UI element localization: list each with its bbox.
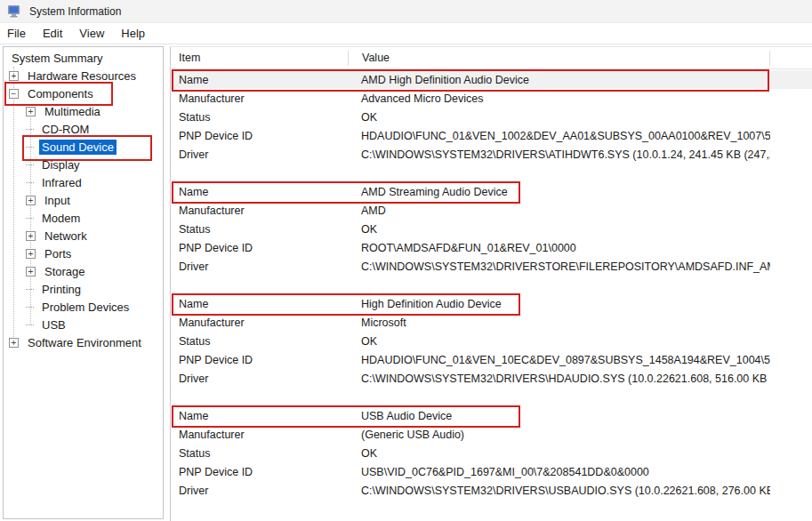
- expand-icon[interactable]: +: [26, 196, 36, 205]
- row-manufacturer[interactable]: ManufacturerAdvanced Micro Devices: [171, 89, 812, 108]
- row-spacer: [171, 276, 812, 294]
- sidebar-item-components[interactable]: −Components: [4, 84, 163, 102]
- item-value: HDAUDIO\FUNC_01&VEN_1002&DEV_AA01&SUBSYS…: [348, 130, 770, 142]
- sidebar-item-ports[interactable]: +Ports: [4, 244, 163, 262]
- row-status[interactable]: StatusOK: [171, 220, 812, 238]
- sidebar-item-sound-device[interactable]: Sound Device: [4, 138, 163, 156]
- sidebar-item-label: System Summary: [9, 51, 106, 66]
- item-label: Status: [171, 447, 348, 460]
- tree-connector: [26, 307, 34, 308]
- menu-item-view[interactable]: View: [72, 25, 114, 43]
- collapse-icon[interactable]: −: [9, 89, 19, 99]
- row-status[interactable]: StatusOK: [171, 332, 812, 350]
- column-header-value[interactable]: Value: [349, 51, 770, 66]
- item-value: HDAUDIO\FUNC_01&VEN_10EC&DEV_0897&SUBSYS…: [348, 354, 770, 366]
- menu-bar: FileEditViewHelp: [0, 24, 812, 44]
- item-value: AMD High Definition Audio Device: [348, 74, 770, 86]
- sidebar-item-hardware-resources[interactable]: +Hardware Resources: [4, 67, 163, 84]
- sidebar-item-problem-devices[interactable]: Problem Devices: [4, 298, 163, 316]
- sidebar-item-storage[interactable]: +Storage: [4, 262, 163, 280]
- row-manufacturer[interactable]: Manufacturer(Generic USB Audio): [171, 425, 812, 444]
- item-label: Name: [171, 74, 348, 86]
- system-information-icon: [8, 5, 21, 18]
- row-name[interactable]: NameAMD Streaming Audio Device: [171, 182, 812, 201]
- tree-connector: [26, 182, 34, 183]
- row-pnp-device-id[interactable]: PNP Device IDROOT\AMDSAFD&FUN_01&REV_01\…: [171, 238, 812, 257]
- row-pnp-device-id[interactable]: PNP Device IDHDAUDIO\FUNC_01&VEN_1002&DE…: [171, 126, 812, 145]
- row-name[interactable]: NameUSB Audio Device: [171, 406, 812, 425]
- sidebar-item-label: Software Environment: [25, 335, 144, 350]
- item-value: C:\WINDOWS\SYSTEM32\DRIVERS\USBAUDIO.SYS…: [348, 485, 770, 497]
- sidebar-item-input[interactable]: +Input: [4, 191, 163, 209]
- sidebar-item-label: Network: [42, 228, 90, 244]
- sidebar-item-label: Multimedia: [42, 104, 103, 119]
- item-value: C:\WINDOWS\SYSTEM32\DRIVERSTORE\FILEREPO…: [348, 260, 770, 273]
- details-list: Item Value NameAMD High Definition Audio…: [170, 46, 812, 521]
- item-label: Driver: [171, 485, 348, 497]
- window-title: System Information: [29, 5, 121, 18]
- sidebar-item-usb[interactable]: USB: [4, 316, 163, 333]
- sidebar-item-system-summary[interactable]: System Summary: [4, 49, 163, 67]
- row-manufacturer[interactable]: ManufacturerAMD: [171, 201, 812, 220]
- sidebar-item-cd-rom[interactable]: CD-ROM: [4, 120, 163, 138]
- sidebar-item-software-environment[interactable]: +Software Environment: [4, 333, 163, 351]
- item-label: Manufacturer: [171, 317, 348, 329]
- column-header-item[interactable]: Item: [171, 51, 349, 66]
- row-pnp-device-id[interactable]: PNP Device IDHDAUDIO\FUNC_01&VEN_10EC&DE…: [171, 350, 812, 369]
- item-label: Status: [171, 335, 348, 348]
- tree: System Summary+Hardware Resources−Compon…: [3, 46, 164, 519]
- sidebar-item-modem[interactable]: Modem: [4, 209, 163, 227]
- row-status[interactable]: StatusOK: [171, 444, 812, 462]
- expand-icon[interactable]: +: [9, 338, 19, 348]
- menu-item-file[interactable]: File: [0, 25, 36, 43]
- row-status[interactable]: StatusOK: [171, 108, 812, 126]
- row-name[interactable]: NameAMD High Definition Audio Device: [171, 70, 812, 89]
- tree-connector: [26, 289, 34, 290]
- sidebar-item-network[interactable]: +Network: [4, 227, 163, 244]
- sidebar-item-display[interactable]: Display: [4, 156, 163, 173]
- sidebar-item-label: Storage: [42, 264, 88, 279]
- tree-connector: [26, 218, 34, 219]
- row-driver[interactable]: DriverC:\WINDOWS\SYSTEM32\DRIVERS\ATIHDW…: [171, 145, 812, 164]
- tree-connector: [26, 129, 34, 130]
- sidebar-item-label: Sound Device: [39, 140, 117, 155]
- item-label: PNP Device ID: [171, 130, 348, 142]
- item-label: PNP Device ID: [171, 466, 348, 478]
- menu-item-edit[interactable]: Edit: [36, 25, 72, 43]
- sidebar-item-printing[interactable]: Printing: [4, 280, 163, 298]
- expand-icon[interactable]: +: [9, 71, 19, 81]
- menu-item-help[interactable]: Help: [114, 25, 155, 43]
- item-label: Name: [171, 186, 348, 198]
- sidebar-item-multimedia[interactable]: +Multimedia: [4, 102, 163, 120]
- item-label: Manufacturer: [171, 92, 348, 105]
- expand-icon[interactable]: +: [26, 107, 36, 116]
- sidebar-item-label: Components: [25, 86, 96, 101]
- row-driver[interactable]: DriverC:\WINDOWS\SYSTEM32\DRIVERS\USBAUD…: [171, 481, 812, 500]
- item-label: Status: [171, 223, 348, 236]
- sidebar-item-label: Hardware Resources: [25, 68, 139, 84]
- row-spacer: [171, 164, 812, 182]
- sidebar-item-label: Problem Devices: [39, 300, 132, 315]
- item-label: Name: [171, 410, 348, 422]
- expand-icon[interactable]: +: [26, 231, 36, 241]
- item-value: OK: [348, 447, 770, 460]
- item-label: Name: [171, 298, 348, 310]
- row-driver[interactable]: DriverC:\WINDOWS\SYSTEM32\DRIVERS\HDAUDI…: [171, 369, 812, 388]
- sidebar-item-label: USB: [39, 317, 68, 333]
- row-name[interactable]: NameHigh Definition Audio Device: [171, 294, 812, 313]
- row-driver[interactable]: DriverC:\WINDOWS\SYSTEM32\DRIVERSTORE\FI…: [171, 257, 812, 276]
- tree-connector: [26, 164, 34, 165]
- row-pnp-device-id[interactable]: PNP Device IDUSB\VID_0C76&PID_1697&MI_00…: [171, 462, 812, 481]
- sidebar-item-label: CD-ROM: [39, 122, 92, 137]
- item-value: AMD: [348, 204, 770, 217]
- sidebar-item-infrared[interactable]: Infrared: [4, 173, 163, 191]
- item-value: USB Audio Device: [348, 410, 770, 422]
- row-spacer: [171, 388, 812, 406]
- row-manufacturer[interactable]: ManufacturerMicrosoft: [171, 313, 812, 332]
- title-bar: System Information: [0, 0, 812, 23]
- sidebar-item-label: Display: [39, 157, 83, 172]
- list-body: NameAMD High Definition Audio DeviceManu…: [171, 70, 812, 500]
- sidebar-item-label: Modem: [39, 211, 83, 226]
- expand-icon[interactable]: +: [26, 267, 36, 277]
- expand-icon[interactable]: +: [26, 249, 36, 259]
